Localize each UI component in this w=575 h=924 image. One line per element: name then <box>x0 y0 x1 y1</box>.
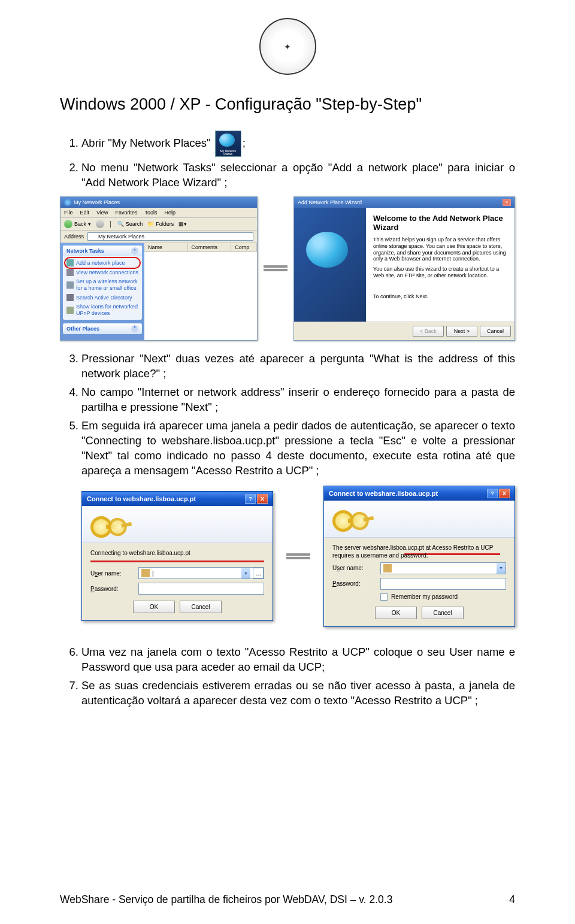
menu-edit[interactable]: Edit <box>80 210 90 216</box>
forward-icon[interactable] <box>96 220 104 228</box>
university-seal-icon <box>259 18 316 75</box>
col-comp[interactable]: Comp <box>231 243 257 252</box>
step-5: Em seguida irá aparecer uma janela a ped… <box>81 419 515 478</box>
step-1: Abrir "My Network Places" ; <box>81 131 515 157</box>
close-icon-2[interactable]: X <box>499 489 510 498</box>
folders-button[interactable]: 📁 Folders <box>147 221 174 227</box>
help-icon-2[interactable]: ? <box>487 489 498 498</box>
auth2-pass-field[interactable] <box>380 578 506 590</box>
auth2-ok-button[interactable]: OK <box>375 607 417 619</box>
connections-icon <box>66 269 74 276</box>
step-5-text: Em seguida irá aparecer uma janela a ped… <box>81 419 515 477</box>
auth-dialog-connecting: Connect to webshare.lisboa.ucp.pt ? X Co… <box>81 491 273 621</box>
chevron-up-icon: ˄ <box>131 247 138 255</box>
explorer-title: My Network Places <box>74 199 120 205</box>
panel-network-tasks-title: Network Tasks <box>66 248 104 254</box>
wizard-cancel-button[interactable]: Cancel <box>480 326 511 337</box>
explorer-toolbar: Back ▾ │ 🔍 Search 📁 Folders ▦▾ <box>60 218 257 231</box>
step-3-text: Pressionar "Next" duas vezes até aparece… <box>81 352 515 380</box>
task-upnp[interactable]: Show icons for networked UPnP devices <box>65 302 140 318</box>
wizard-footer: < Back Next > Cancel <box>294 322 515 340</box>
explorer-addressbar: Address My Network Places <box>60 231 257 243</box>
address-field[interactable]: My Network Places <box>87 232 253 241</box>
auth1-user-field[interactable]: | ▼ … <box>138 567 264 579</box>
auth1-cancel-button[interactable]: Cancel <box>180 601 222 613</box>
auth1-user-cursor: | <box>152 570 154 577</box>
wizard-heading: Welcome to the Add Network Place Wizard <box>373 214 507 232</box>
col-comments[interactable]: Comments <box>188 243 232 252</box>
menu-tools[interactable]: Tools <box>144 210 157 216</box>
wizard-body2: You can also use this wizard to create a… <box>373 266 507 279</box>
highlight-underline-1 <box>90 561 264 562</box>
wizard-next-button[interactable]: Next > <box>446 326 477 337</box>
step-2: No menu "Network Tasks" seleccionar a op… <box>81 160 515 190</box>
page-footer: WebShare - Serviço de partilha de fichei… <box>60 893 515 906</box>
address-label: Address <box>64 234 84 240</box>
step-1-suffix: ; <box>243 137 246 149</box>
auth1-pass-label: Password: <box>90 586 134 592</box>
auth2-header-image <box>324 501 515 538</box>
panel-network-tasks-header[interactable]: Network Tasks ˄ <box>63 246 142 256</box>
address-value: My Network Places <box>98 234 144 240</box>
menu-help[interactable]: Help <box>164 210 175 216</box>
step-7: Se as suas credenciais estiverem erradas… <box>81 678 515 708</box>
auth2-cancel-button[interactable]: Cancel <box>422 607 464 619</box>
auth2-user-field[interactable]: ▼ <box>380 562 506 574</box>
steps-list-3: Uma vez na janela com o texto "Acesso Re… <box>60 645 515 708</box>
task-search-label: Search Active Directory <box>76 295 132 301</box>
wizard-back-button: < Back <box>413 326 444 337</box>
task-view-connections[interactable]: View network connections <box>65 268 140 277</box>
task-wireless[interactable]: Set up a wireless network for a home or … <box>65 277 140 293</box>
step-7-text: Se as suas credenciais estiverem erradas… <box>81 679 515 707</box>
menu-view[interactable]: View <box>96 210 108 216</box>
explorer-content: Name Comments Comp <box>144 243 257 340</box>
keys-icon-2 <box>106 511 132 538</box>
auth1-message: Connecting to webshare.lisboa.ucp.pt <box>90 549 264 557</box>
wizard-close-icon[interactable]: × <box>503 199 511 206</box>
dropdown-icon-2[interactable]: ▼ <box>497 563 506 574</box>
remember-checkbox[interactable] <box>380 593 388 601</box>
wizard-body1: This wizard helps you sign up for a serv… <box>373 237 507 262</box>
footer-left: WebShare - Serviço de partilha de fichei… <box>60 893 392 906</box>
menu-file[interactable]: File <box>64 210 73 216</box>
step-3: Pressionar "Next" duas vezes até aparece… <box>81 352 515 381</box>
wizard-continue: To continue, click Next. <box>373 293 507 300</box>
auth1-pass-field[interactable] <box>138 583 264 595</box>
close-icon[interactable]: X <box>257 494 268 504</box>
back-button[interactable]: Back ▾ <box>64 220 91 228</box>
task-view-label: View network connections <box>76 269 138 276</box>
task-add-label: Add a network place <box>76 260 125 266</box>
add-place-icon <box>66 259 74 266</box>
browse-button[interactable]: … <box>253 568 264 578</box>
col-name[interactable]: Name <box>144 243 188 252</box>
auth2-user-label: User name: <box>332 565 376 571</box>
auth2-message: The server webshare.lisboa.ucp.pt at Ace… <box>332 544 506 559</box>
footer-page-number: 4 <box>509 893 515 906</box>
auth-dialog-restricted: Connect to webshare.lisboa.ucp.pt ? X Th… <box>323 486 515 627</box>
step-6-text: Uma vez na janela com o texto "Acesso Re… <box>81 646 515 673</box>
panel-other-places-header[interactable]: Other Places ˄ <box>63 323 142 334</box>
search-icon <box>66 294 74 301</box>
search-button[interactable]: 🔍 Search <box>117 221 143 227</box>
auth1-titlebar: Connect to webshare.lisboa.ucp.pt ? X <box>82 492 273 506</box>
back-icon <box>64 220 72 228</box>
panel-network-tasks: Network Tasks ˄ Add a network place View… <box>63 246 142 319</box>
page-title: Windows 2000 / XP - Configuração "Step-b… <box>60 95 515 114</box>
wizard-titlebar: Add Network Place Wizard × <box>294 197 515 208</box>
keys-icon-4 <box>348 505 374 532</box>
explorer-sidebar: Network Tasks ˄ Add a network place View… <box>60 243 144 340</box>
auth2-remember[interactable]: Remember my password <box>380 593 506 601</box>
help-icon[interactable]: ? <box>245 494 256 504</box>
auth1-ok-button[interactable]: OK <box>133 601 175 613</box>
step-6: Uma vez na janela com o texto "Acesso Re… <box>81 645 515 675</box>
steps-list-1: Abrir "My Network Places" ; No menu "Net… <box>60 131 515 190</box>
screenshot-row-1: My Network Places File Edit View Favorit… <box>60 196 515 341</box>
menu-favorites[interactable]: Favorites <box>115 210 137 216</box>
views-button[interactable]: ▦▾ <box>178 221 187 227</box>
task-add-network-place[interactable]: Add a network place <box>65 258 140 268</box>
auth1-user-label: User name: <box>90 570 134 577</box>
task-search-ad[interactable]: Search Active Directory <box>65 293 140 302</box>
upnp-icon <box>66 307 74 314</box>
dropdown-icon[interactable]: ▼ <box>241 568 250 578</box>
arrow-separator-2 <box>286 553 310 559</box>
